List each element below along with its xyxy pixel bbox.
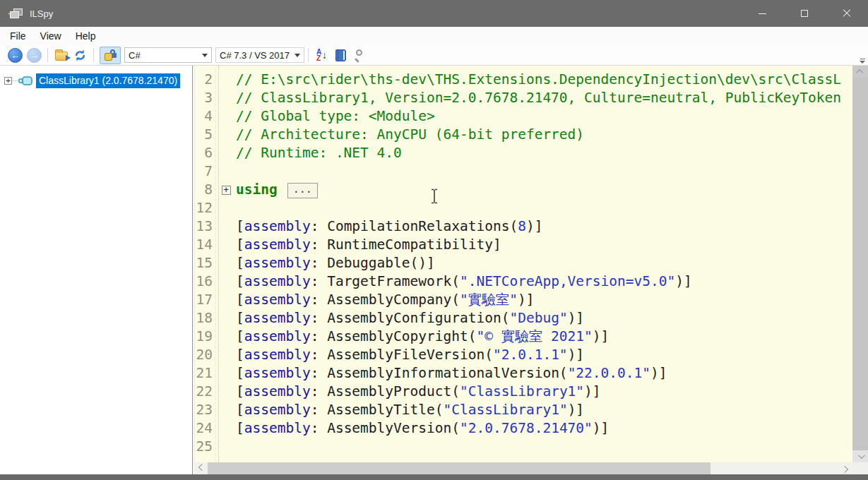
menu-help[interactable]: Help <box>69 28 103 44</box>
horizontal-scroll-thumb[interactable] <box>208 462 711 474</box>
line-number: 21 <box>195 364 216 383</box>
horizontal-scrollbar[interactable] <box>194 462 852 474</box>
fold-margin <box>216 217 236 236</box>
toolbar: ← → C# C# 7.3 / VS 2017 <box>0 45 868 66</box>
decompiled-code-view[interactable]: 12// E:\src\rider\ths-dev\THS.Extensions… <box>195 66 852 462</box>
vertical-scroll-thumb[interactable] <box>852 78 868 450</box>
fold-margin <box>216 89 236 107</box>
search-icon <box>354 49 367 61</box>
back-icon: ← <box>8 48 23 63</box>
fold-margin <box>216 199 236 217</box>
language-value: C# <box>129 50 198 61</box>
line-number: 3 <box>195 89 216 107</box>
tree-item-classlibrary1: + ClassLibrary1 (2.0.7678.21470) <box>4 73 180 88</box>
code-text: [assembly: TargetFramework(".NETCoreApp,… <box>236 272 852 291</box>
code-line: 5// Architecture: AnyCPU (64-bit preferr… <box>195 126 852 144</box>
chevron-down-icon <box>857 452 864 459</box>
vertical-scrollbar[interactable] <box>852 66 868 462</box>
chevron-down-icon <box>202 54 208 57</box>
menu-file[interactable]: File <box>3 28 33 44</box>
menubar: File View Help <box>0 27 868 45</box>
line-number: 23 <box>195 401 216 419</box>
fold-margin <box>216 328 236 346</box>
fold-expander-icon[interactable]: + <box>222 186 231 195</box>
fold-margin <box>216 401 236 419</box>
code-text: [assembly: AssemblyFileVersion("2.0.1.1"… <box>236 346 852 364</box>
language-version-value: C# 7.3 / VS 2017 <box>220 50 291 61</box>
open-folder-icon <box>55 52 68 61</box>
line-number: 8 <box>195 181 216 199</box>
code-text: using... <box>236 181 852 199</box>
refresh-button[interactable] <box>71 47 90 64</box>
close-button[interactable] <box>826 0 868 27</box>
forward-button[interactable]: → <box>25 47 44 64</box>
maximize-button[interactable] <box>783 0 826 27</box>
fold-margin <box>216 346 236 364</box>
chevron-up-icon <box>856 69 863 76</box>
fold-margin: + <box>216 181 236 199</box>
fold-margin <box>216 438 236 456</box>
sort-az-icon: A Z ↓ <box>316 49 327 61</box>
api-visibility-toggle-button[interactable] <box>100 47 121 64</box>
line-number: 22 <box>195 383 216 401</box>
line-number: 12 <box>195 199 216 217</box>
minimize-button[interactable] <box>741 0 783 27</box>
chevron-down-icon <box>295 54 300 57</box>
scroll-down-button[interactable] <box>852 450 868 462</box>
code-line: 24[assembly: AssemblyVersion("2.0.7678.2… <box>195 419 852 438</box>
tree-expander-icon[interactable]: + <box>4 77 12 85</box>
fold-margin <box>216 383 236 401</box>
line-number: 7 <box>195 162 216 181</box>
back-button[interactable]: ← <box>6 47 25 64</box>
code-line: 7 <box>195 162 852 181</box>
ilspy-window: ILSpy File View Help ← → <box>0 0 868 480</box>
language-version-combobox[interactable]: C# 7.3 / VS 2017 <box>215 47 304 63</box>
code-text: // Runtime: .NET 4.0 <box>236 144 852 162</box>
code-line: 25 <box>195 438 852 456</box>
code-line: 2// E:\src\rider\ths-dev\THS.Extensions.… <box>195 71 852 89</box>
fold-margin <box>216 364 236 383</box>
window-title: ILSpy <box>30 8 53 19</box>
fold-margin <box>216 126 236 144</box>
code-text: [assembly: AssemblyVersion("2.0.7678.214… <box>236 419 852 438</box>
toolbar-separator <box>93 48 94 62</box>
fold-margin <box>216 144 236 162</box>
toolbar-separator <box>308 48 309 62</box>
menu-view[interactable]: View <box>33 28 69 44</box>
toolbar-overflow-button[interactable] <box>860 59 865 64</box>
minimize-icon <box>759 13 766 14</box>
toolbar-separator <box>47 48 48 62</box>
fold-margin <box>216 162 236 181</box>
book-icon <box>335 49 346 61</box>
code-line: 18[assembly: AssemblyConfiguration("Debu… <box>195 309 852 328</box>
chevron-left-icon <box>198 464 205 471</box>
fold-margin <box>216 66 236 71</box>
assembly-lock-icon <box>105 49 117 61</box>
check-updates-button[interactable] <box>331 47 350 64</box>
search-button[interactable] <box>350 47 369 64</box>
text-cursor-pointer <box>430 188 439 204</box>
fold-margin <box>216 236 236 254</box>
line-number: 19 <box>195 328 216 346</box>
sort-assemblies-button[interactable]: A Z ↓ <box>312 47 331 64</box>
titlebar[interactable]: ILSpy <box>0 0 868 27</box>
code-text: [assembly: AssemblyConfiguration("Debug"… <box>236 309 852 328</box>
tree-item-label[interactable]: ClassLibrary1 (2.0.7678.21470) <box>36 73 180 88</box>
collapsed-region-box[interactable]: ... <box>287 183 318 198</box>
scroll-up-button[interactable] <box>852 66 868 78</box>
open-file-button[interactable] <box>52 47 71 64</box>
line-number: 2 <box>195 71 216 89</box>
scroll-right-button[interactable] <box>838 462 852 474</box>
code-line: 14[assembly: RuntimeCompatibility] <box>195 236 852 254</box>
code-text <box>236 66 852 71</box>
code-lines: 12// E:\src\rider\ths-dev\THS.Extensions… <box>195 66 852 456</box>
line-number: 15 <box>195 254 216 272</box>
code-text: // Global type: <Module> <box>236 107 852 126</box>
line-number: 20 <box>195 346 216 364</box>
language-combobox[interactable]: C# <box>124 47 212 63</box>
code-line: 8+using... <box>195 181 852 199</box>
window-bottom-border <box>0 474 868 480</box>
ilspy-app-icon <box>9 8 23 19</box>
assembly-tree-panel[interactable]: + ClassLibrary1 (2.0.7678.21470) <box>0 66 193 474</box>
scroll-left-button[interactable] <box>194 462 208 474</box>
